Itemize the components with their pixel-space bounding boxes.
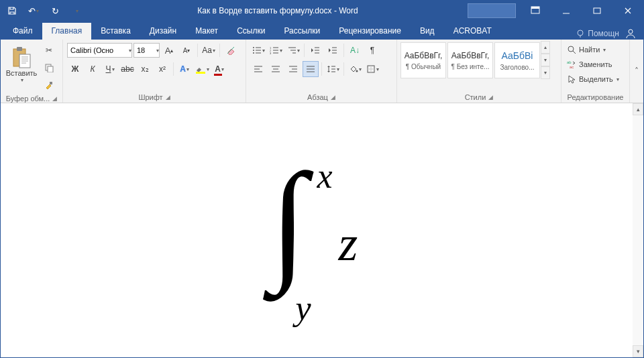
italic-button[interactable]: К: [85, 61, 101, 77]
shading-button[interactable]: ▾: [347, 61, 363, 77]
vertical-scrollbar[interactable]: ▴ ▾: [633, 103, 643, 357]
styles-down-button[interactable]: ▾: [541, 54, 550, 66]
svg-point-6: [629, 29, 633, 34]
undo-button[interactable]: ↶▾: [25, 2, 42, 19]
svg-rect-12: [50, 82, 52, 84]
minimize-button[interactable]: [551, 1, 582, 21]
ribbon-tabs: Файл Главная Вставка Дизайн Макет Ссылки…: [1, 21, 643, 40]
qat-customize[interactable]: ▾: [68, 2, 85, 19]
collapse-ribbon-button[interactable]: ˄: [630, 40, 643, 103]
font-size-input[interactable]: [134, 44, 156, 56]
tab-view[interactable]: Вид: [411, 23, 444, 40]
change-case-button[interactable]: Aa▾: [201, 42, 217, 58]
cursor-icon: [567, 74, 576, 84]
tab-design[interactable]: Дизайн: [140, 23, 186, 40]
svg-rect-8: [17, 47, 22, 51]
find-button[interactable]: Найти▾: [566, 42, 625, 57]
dialog-launcher-icon[interactable]: ◢: [488, 94, 493, 101]
account-slot[interactable]: [468, 3, 516, 18]
dialog-launcher-icon[interactable]: ◢: [331, 94, 335, 101]
ribbon-options-button[interactable]: [520, 1, 551, 21]
user-icon[interactable]: [625, 27, 637, 40]
text-effects-button[interactable]: A▾: [176, 61, 193, 77]
redo-button[interactable]: ↻: [46, 2, 64, 19]
numbering-button[interactable]: 123▾: [268, 42, 284, 58]
tab-layout[interactable]: Макет: [186, 23, 227, 40]
subscript-button[interactable]: x₂: [137, 61, 153, 77]
svg-rect-14: [196, 72, 205, 74]
bold-button[interactable]: Ж: [67, 61, 83, 77]
maximize-button[interactable]: [582, 1, 612, 21]
replace-button[interactable]: abac Заменить: [566, 57, 625, 72]
highlight-button[interactable]: ▾: [194, 61, 210, 77]
tell-me[interactable]: Помощн: [576, 29, 619, 38]
tab-insert[interactable]: Вставка: [91, 23, 140, 40]
svg-point-17: [253, 50, 254, 51]
borders-button[interactable]: ▾: [364, 61, 380, 77]
font-size-combo[interactable]: ▾: [133, 43, 160, 58]
svg-point-15: [253, 47, 254, 48]
window-title: Как в Ворде вставить формулу.docx - Word: [88, 6, 468, 15]
copy-icon: [44, 63, 54, 72]
cut-button[interactable]: ✂: [41, 42, 57, 58]
search-icon: [567, 45, 576, 54]
line-spacing-button[interactable]: ▾: [325, 61, 341, 77]
styles-up-button[interactable]: ▴: [541, 41, 550, 54]
strike-button[interactable]: abc: [119, 61, 136, 77]
tab-file[interactable]: Файл: [3, 23, 42, 40]
scroll-track[interactable]: [633, 115, 643, 345]
tab-mail[interactable]: Рассылки: [274, 23, 329, 40]
outdent-button[interactable]: [307, 42, 323, 58]
page[interactable]: ∫ x y z: [1, 103, 633, 357]
dialog-launcher-icon[interactable]: ◢: [166, 94, 170, 101]
style-normal[interactable]: АаБбВвГг, ¶ Обычный: [400, 42, 446, 78]
underline-button[interactable]: Ч▾: [102, 61, 118, 77]
bulb-icon: [576, 29, 585, 38]
format-painter-button[interactable]: [41, 77, 57, 93]
align-left-button[interactable]: [250, 61, 266, 77]
font-name-input[interactable]: [68, 44, 128, 56]
redo-icon: ↻: [52, 6, 59, 16]
tab-home[interactable]: Главная: [42, 23, 92, 40]
tab-references[interactable]: Ссылки: [227, 23, 274, 40]
font-name-combo[interactable]: ▾: [67, 43, 132, 58]
highlight-icon: [195, 64, 206, 74]
style-heading[interactable]: АаБбВі Заголово...: [494, 42, 540, 78]
brush-icon: [44, 80, 54, 90]
close-button[interactable]: [612, 1, 643, 21]
font-color-button[interactable]: A▾: [211, 61, 227, 77]
ribbon: Вставить▾ ✂ Буфер обм...◢ ▾ ▾ A▴ A▾: [1, 40, 643, 103]
save-button[interactable]: [3, 2, 21, 19]
paste-button[interactable]: Вставить▾: [3, 41, 40, 88]
tab-acrobat[interactable]: ACROBAT: [444, 23, 501, 40]
bullets-button[interactable]: ▾: [250, 42, 266, 58]
style-no-spacing[interactable]: АаБбВвГг, ¶ Без инте...: [447, 42, 493, 78]
superscript-button[interactable]: x²: [154, 61, 170, 77]
multilevel-button[interactable]: ▾: [285, 42, 301, 58]
align-justify-button[interactable]: [303, 61, 319, 77]
svg-text:3: 3: [270, 52, 272, 54]
sort-button[interactable]: A↓: [347, 42, 363, 58]
undo-icon: ↶: [28, 6, 36, 16]
shrink-font-button[interactable]: A▾: [178, 42, 195, 58]
indent-button[interactable]: [325, 42, 341, 58]
grow-font-button[interactable]: A▴: [161, 42, 177, 58]
select-button[interactable]: Выделить▾: [566, 72, 625, 86]
svg-rect-3: [594, 8, 600, 13]
integrand: z: [339, 215, 358, 272]
svg-point-4: [578, 30, 583, 36]
styles-more-button[interactable]: ▾: [541, 66, 550, 79]
scroll-up-button[interactable]: ▴: [633, 103, 643, 115]
copy-button[interactable]: [41, 60, 57, 76]
clear-format-button[interactable]: [223, 42, 239, 58]
group-styles-label: Стили: [465, 93, 486, 101]
dialog-launcher-icon[interactable]: ◢: [52, 95, 57, 102]
show-marks-button[interactable]: ¶: [364, 42, 380, 58]
scroll-down-button[interactable]: ▾: [633, 345, 643, 357]
equation[interactable]: ∫ x y z: [276, 160, 358, 308]
eraser-icon: [226, 46, 235, 55]
borders-icon: [366, 64, 376, 74]
tab-review[interactable]: Рецензирование: [329, 23, 411, 40]
align-right-button[interactable]: [285, 61, 301, 77]
align-center-button[interactable]: [268, 61, 284, 77]
